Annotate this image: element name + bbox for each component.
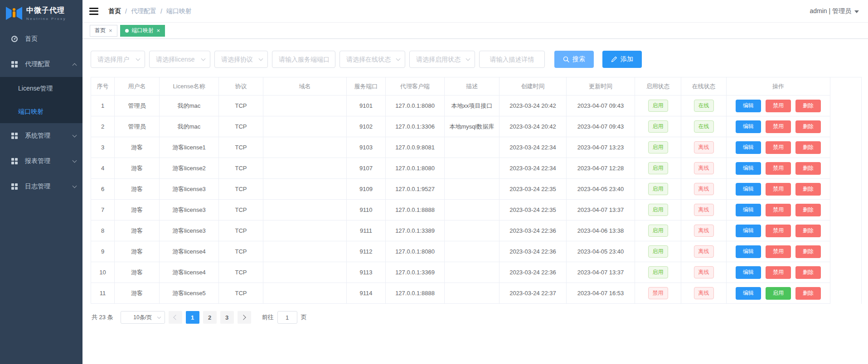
search-button[interactable]: 搜索 [554,51,594,68]
row-action-delete-button[interactable]: 删除 [795,120,821,133]
proxy-config-submenu: License管理 端口映射 [0,77,82,123]
breadcrumb-proxy-config[interactable]: 代理配置 [131,7,156,15]
tab-port-mapping[interactable]: 端口映射 × [120,25,165,37]
header-online-status: 在线状态 [681,77,727,96]
cell-server-port: 9109 [347,179,386,200]
breadcrumb-separator: / [125,8,127,15]
close-icon[interactable]: × [109,28,112,34]
server-port-input[interactable] [272,51,335,68]
page-button-3[interactable]: 3 [220,311,234,324]
row-action-disable-button[interactable]: 禁用 [766,100,791,112]
row-action-delete-button[interactable]: 删除 [795,245,821,258]
cell-filler [830,179,862,200]
row-action-edit-button[interactable]: 编辑 [736,162,761,175]
goto-page-input[interactable] [277,311,297,324]
cell-enable-status: 启用 [635,137,681,158]
user-menu[interactable]: admin | 管理员 [810,7,859,15]
row-action-delete-button[interactable]: 删除 [795,141,821,154]
cell-updated: 2023-04-05 23:40 [567,241,635,262]
app-root: 中微子代理 Neutrino Proxy 首页 代理配置 License管理 [0,0,868,364]
close-icon[interactable]: × [157,28,160,34]
row-action-disable-button[interactable]: 禁用 [766,183,791,196]
online-status-select-input[interactable] [339,51,405,68]
row-action-delete-button[interactable]: 删除 [795,162,821,175]
cell-seq: 7 [91,200,115,220]
sidebar-item-log[interactable]: 日志管理 [0,174,82,199]
cell-user: 游客 [115,158,160,179]
row-action-delete-button[interactable]: 删除 [795,225,821,237]
submenu-item-label: 端口映射 [18,108,44,116]
row-action-edit-button[interactable]: 编辑 [736,245,761,258]
page-size-select[interactable]: 10条/页 [121,311,165,324]
logo-icon [6,6,22,20]
user-select-input[interactable] [91,51,145,68]
row-action-disable-button[interactable]: 禁用 [766,120,791,133]
breadcrumb-separator: / [160,8,162,15]
tab-label: 端口映射 [132,27,154,34]
row-action-disable-button[interactable]: 禁用 [766,225,791,237]
cell-created: 2023-03-24 22:37 [499,283,567,304]
row-action-edit-button[interactable]: 编辑 [736,183,761,196]
cell-updated: 2023-04-07 13:37 [567,262,635,283]
row-action-disable-button[interactable]: 禁用 [766,266,791,279]
header-license: License名称 [160,77,219,96]
row-action-edit-button[interactable]: 编辑 [736,287,761,300]
add-button[interactable]: 添加 [602,51,642,68]
sidebar-item-home[interactable]: 首页 [0,26,82,52]
row-action-disable-button[interactable]: 禁用 [766,204,791,216]
sidebar-item-system[interactable]: 系统管理 [0,123,82,148]
cell-actions: 编辑禁用删除 [727,200,830,220]
cell-actions: 编辑禁用删除 [727,116,830,137]
row-action-edit-button[interactable]: 编辑 [736,266,761,279]
tab-home[interactable]: 首页 × [90,25,117,37]
row-action-disable-button[interactable]: 禁用 [766,245,791,258]
caret-down-icon [854,10,859,13]
enable-status-badge: 启用 [648,266,668,278]
row-action-edit-button[interactable]: 编辑 [736,225,761,237]
table-row: 8 游客 游客license3 TCP 9111 127.0.0.1:3389 … [91,220,862,241]
hamburger-menu-icon[interactable] [89,8,98,15]
enable-status-badge: 启用 [648,183,668,195]
row-action-delete-button[interactable]: 删除 [795,183,821,196]
cell-updated: 2023-04-07 12:28 [567,158,635,179]
row-action-edit-button[interactable]: 编辑 [736,100,761,112]
row-action-edit-button[interactable]: 编辑 [736,141,761,154]
chevron-down-icon [73,183,77,188]
row-action-delete-button[interactable]: 删除 [795,204,821,216]
goto-suffix: 页 [301,313,307,321]
license-select-input[interactable] [149,51,210,68]
cell-license: 游客license4 [160,241,219,262]
dashboard-icon [11,35,18,43]
breadcrumb-home[interactable]: 首页 [108,7,121,15]
page-button-2[interactable]: 2 [203,311,217,324]
row-action-edit-button[interactable]: 编辑 [736,204,761,216]
page-button-1[interactable]: 1 [186,311,199,324]
row-action-delete-button[interactable]: 删除 [795,100,821,112]
protocol-select-input[interactable] [214,51,268,68]
cell-description [445,220,499,241]
tags-view-bar: 首页 × 端口映射 × [82,23,868,39]
row-action-edit-button[interactable]: 编辑 [736,120,761,133]
row-action-delete-button[interactable]: 删除 [795,266,821,279]
cell-user: 游客 [115,220,160,241]
table-row: 4 游客 游客license2 TCP 9107 127.0.0.1:8080 … [91,158,862,179]
next-page-button[interactable] [238,311,251,324]
protocol-select [214,51,268,68]
row-action-enable-button[interactable]: 启用 [766,287,791,300]
row-action-delete-button[interactable]: 删除 [795,287,821,300]
cell-online-status: 离线 [681,200,727,220]
row-action-disable-button[interactable]: 禁用 [766,141,791,154]
sidebar-item-proxy-config[interactable]: 代理配置 [0,52,82,77]
search-button-label: 搜索 [572,55,585,63]
enable-status-select-input[interactable] [409,51,475,68]
sidebar-item-license[interactable]: License管理 [0,77,82,100]
row-action-disable-button[interactable]: 禁用 [766,162,791,175]
table-body: 1 管理员 我的mac TCP 9101 127.0.0.1:8080 本地xx… [91,96,862,304]
sidebar-item-report[interactable]: 报表管理 [0,148,82,174]
cell-updated: 2023-04-07 09:43 [567,96,635,116]
cell-online-status: 离线 [681,241,727,262]
description-input[interactable] [479,51,545,68]
table-row: 3 游客 游客license1 TCP 9103 127.0.0.9:8081 … [91,137,862,158]
prev-page-button[interactable] [169,311,182,324]
sidebar-item-port-mapping[interactable]: 端口映射 [0,100,82,123]
